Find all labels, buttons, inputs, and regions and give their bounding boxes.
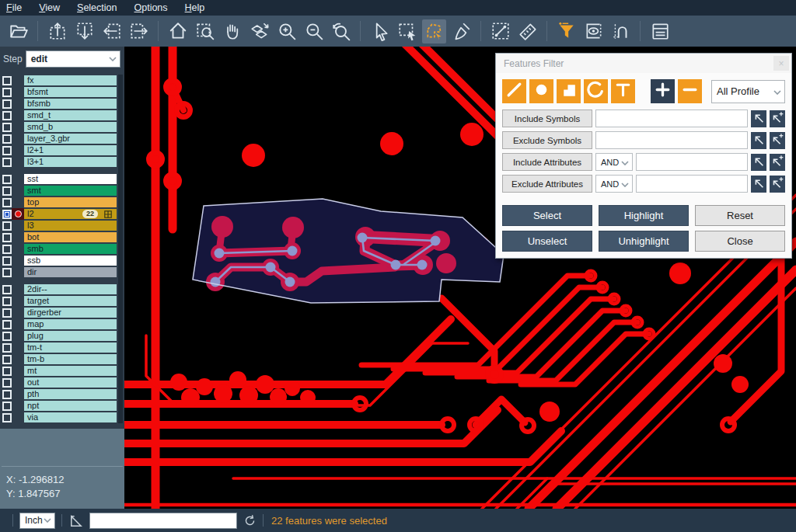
layer-checkbox[interactable] (2, 413, 12, 422)
layer-chip[interactable]: via (24, 412, 117, 422)
layer-checkbox[interactable] (2, 320, 12, 329)
layer-checkbox[interactable] (2, 256, 12, 266)
layer-chip[interactable]: plug (24, 331, 117, 341)
layer-chip[interactable]: l222 (24, 209, 117, 219)
layer-checkbox[interactable] (2, 111, 12, 120)
refresh-icon[interactable] (243, 514, 257, 527)
layer-row-dirgerber[interactable]: dirgerber (0, 307, 124, 318)
layer-row-smb[interactable]: smb (0, 243, 124, 255)
layer-checkbox[interactable] (2, 186, 12, 196)
layer-row-top[interactable]: top (0, 196, 124, 208)
menu-item-file[interactable]: File (6, 2, 22, 13)
zoom-object-button[interactable] (247, 19, 271, 43)
layer-checkbox[interactable] (2, 146, 12, 155)
filter-label-exclude-symbols[interactable]: Exclude Symbols (502, 131, 592, 149)
logic-operator-dropdown[interactable]: AND (595, 153, 633, 171)
open-folder-button[interactable] (6, 19, 30, 43)
select-arrow-button[interactable] (368, 19, 392, 43)
grid-icon[interactable] (104, 210, 112, 218)
layer-chip[interactable]: sst (24, 174, 117, 184)
draw-line-button[interactable] (502, 79, 526, 103)
layer-row-map[interactable]: map (0, 318, 124, 330)
layer-chip[interactable]: out (24, 377, 117, 388)
remove-minus-button[interactable] (678, 79, 702, 103)
logic-operator-dropdown[interactable]: AND (595, 175, 633, 193)
close-button[interactable]: Close (695, 231, 785, 252)
layer-checkbox[interactable] (2, 355, 12, 364)
zoom-out-button[interactable] (302, 19, 326, 43)
filter-input-include-attributes[interactable] (636, 153, 748, 171)
layer-row-l2[interactable]: l222 (0, 208, 124, 220)
dialog-title-bar[interactable]: Features Filter × (496, 54, 791, 73)
layer-row-l2+1[interactable]: l2+1 (0, 144, 124, 156)
layer-checkbox[interactable] (2, 198, 12, 207)
select-button[interactable]: Select (502, 205, 592, 226)
menu-item-help[interactable]: Help (185, 2, 205, 13)
layer-row-dir[interactable]: dir (0, 266, 124, 278)
unselect-button[interactable]: Unselect (502, 231, 592, 252)
zoom-previous-button[interactable] (329, 19, 353, 43)
layer-checkbox[interactable] (2, 297, 12, 306)
layer-row-tm-b[interactable]: tm-b (0, 353, 124, 365)
layer-row-plug[interactable]: plug (0, 330, 124, 342)
pick-add-button[interactable] (770, 154, 785, 171)
layer-chip[interactable]: tm-b (24, 354, 117, 364)
layer-chip[interactable]: smt (24, 186, 117, 196)
layer-checkbox[interactable] (2, 378, 12, 388)
filter-label-exclude-attributes[interactable]: Exclude Attributes (502, 175, 592, 193)
layer-checkbox[interactable] (2, 88, 12, 97)
filter-input-exclude-symbols[interactable] (595, 131, 748, 149)
layer-checkbox[interactable] (2, 343, 12, 353)
layer-row-mt[interactable]: mt (0, 365, 124, 377)
layer-checkbox[interactable] (2, 390, 12, 399)
filter-input-exclude-attributes[interactable] (636, 175, 748, 193)
layer-chip[interactable]: dirgerber (24, 308, 117, 318)
layer-checkbox[interactable] (2, 285, 12, 294)
select-polygon-button[interactable] (422, 19, 446, 43)
home-view-button[interactable] (166, 19, 190, 43)
layer-row-fx[interactable]: fx (0, 75, 124, 86)
filter-label-include-attributes[interactable]: Include Attributes (502, 153, 592, 171)
layer-row-ssb[interactable]: ssb (0, 255, 124, 266)
draw-arc-button[interactable] (584, 79, 608, 103)
layer-row-smt[interactable]: smt (0, 185, 124, 196)
layer-checkbox[interactable] (2, 308, 12, 318)
layer-chip[interactable]: l3+1 (24, 157, 117, 167)
pick-add-button[interactable] (770, 110, 785, 127)
layer-chip[interactable]: bot (24, 232, 117, 242)
layer-checkbox[interactable] (2, 367, 12, 376)
highlight-button[interactable]: Highlight (599, 205, 689, 226)
layer-chip[interactable]: npt (24, 401, 117, 411)
layer-row-via[interactable]: via (0, 412, 124, 423)
add-plus-button[interactable] (651, 79, 675, 103)
layer-chip[interactable]: top (24, 197, 117, 207)
layer-chip[interactable]: layer_3.gbr (24, 134, 117, 144)
reset-button[interactable]: Reset (695, 205, 785, 226)
layer-row-layer_3.gbr[interactable]: layer_3.gbr (0, 133, 124, 144)
layer-row-bfsmb[interactable]: bfsmb (0, 98, 124, 110)
pick-from-canvas-button[interactable] (751, 176, 766, 193)
measure-line-button[interactable] (488, 19, 512, 43)
pan-left-button[interactable] (100, 19, 124, 43)
pick-from-canvas-button[interactable] (751, 110, 766, 127)
layer-checkbox[interactable] (2, 99, 12, 109)
units-dropdown[interactable]: Inch (19, 513, 55, 529)
draw-surface-button[interactable] (557, 79, 581, 103)
layer-chip[interactable]: bfsmb (24, 99, 117, 109)
select-rect-button[interactable] (395, 19, 419, 43)
snap-angle-icon[interactable] (68, 513, 83, 528)
command-input[interactable] (89, 513, 237, 529)
layer-chip[interactable]: ssb (24, 256, 117, 266)
view-options-button[interactable] (581, 19, 606, 43)
layer-chip[interactable]: smb (24, 244, 117, 254)
layer-chip[interactable]: l2+1 (24, 145, 117, 155)
layer-checkbox[interactable] (2, 123, 12, 132)
layer-chip[interactable]: pth (24, 389, 117, 399)
layer-checkbox[interactable] (2, 233, 12, 242)
pick-add-button[interactable] (770, 176, 785, 193)
menu-item-selection[interactable]: Selection (77, 2, 117, 13)
layer-checkbox[interactable] (2, 210, 12, 219)
layer-checkbox[interactable] (2, 221, 12, 231)
menu-item-options[interactable]: Options (134, 2, 167, 13)
layer-chip[interactable]: bfsmt (24, 87, 117, 97)
